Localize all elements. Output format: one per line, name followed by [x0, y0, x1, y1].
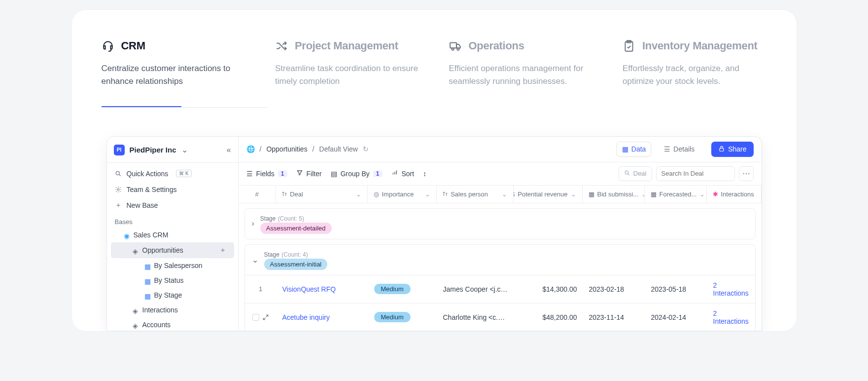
col-bid-date[interactable]: ▦Bid submissi...⌄: [583, 186, 645, 203]
sidebar-collapse-icon[interactable]: «: [227, 146, 231, 154]
row-controls: [245, 308, 277, 327]
interactions-link[interactable]: 2 Interactions: [713, 309, 749, 325]
filter-label: Filter: [307, 170, 322, 178]
interactions-link[interactable]: 2 Interactions: [713, 281, 749, 297]
tab-desc: Efficient operations management for seam…: [449, 62, 593, 88]
svg-point-2: [457, 48, 459, 50]
view-mode-details[interactable]: ☰ Details: [659, 142, 699, 156]
col-revenue[interactable]: $Potential revenue⌄: [514, 186, 583, 203]
add-view-icon[interactable]: ＋: [219, 246, 226, 255]
grid-icon: ▦: [622, 145, 628, 153]
tab-desc: Centralize customer interactions to enha…: [102, 62, 246, 88]
target-icon: ◎: [374, 190, 379, 198]
base-label: Sales CRM: [134, 231, 169, 239]
fields-tool[interactable]: ☰ Fields 1: [246, 170, 287, 178]
row-height-tool[interactable]: ↕: [423, 170, 426, 178]
layers-icon: ◈: [133, 322, 139, 328]
fields-count: 1: [278, 170, 287, 177]
breadcrumb-table[interactable]: Opportunities: [266, 145, 307, 153]
cell-importance: Medium: [368, 306, 437, 328]
col-deal[interactable]: TтDeal⌄: [276, 186, 368, 203]
stage-pill: Assessment-detailed: [260, 223, 332, 234]
row-checkbox[interactable]: [252, 314, 259, 321]
refresh-icon[interactable]: ↻: [363, 145, 369, 153]
table-interactions[interactable]: ◈ Interactions: [107, 303, 238, 317]
svg-point-5: [116, 171, 119, 175]
view-mode-label: Details: [673, 145, 694, 153]
tab-crm[interactable]: CRM Centralize customer interactions to …: [102, 39, 246, 88]
lock-icon: [718, 145, 725, 153]
list-icon: ☰: [664, 145, 670, 153]
col-salesperson[interactable]: TтSales person⌄: [437, 186, 514, 203]
filter-tool[interactable]: Filter: [296, 169, 322, 178]
svg-rect-0: [450, 43, 456, 48]
deal-link[interactable]: Acetube inquiry: [282, 313, 330, 321]
search-field-select[interactable]: Deal: [619, 166, 652, 181]
share-button[interactable]: Share: [711, 142, 753, 157]
toolbar-more[interactable]: ⋯: [739, 166, 754, 181]
team-settings[interactable]: Team & Settings: [107, 182, 238, 197]
cell-importance: Medium: [368, 278, 437, 300]
table-label: Opportunities: [142, 246, 183, 254]
bars-icon: [391, 169, 398, 178]
layers-icon: ◈: [133, 307, 139, 313]
base-emoji-icon: 🌐: [246, 145, 255, 153]
tab-desc: Effortlessly track, organize, and optimi…: [623, 62, 767, 88]
expand-row-icon[interactable]: [262, 314, 269, 321]
row-height-icon: ↕: [423, 170, 426, 178]
chevron-down-icon: ⌄: [502, 190, 507, 198]
groupby-tool[interactable]: ▤ Group By 1: [331, 170, 382, 178]
chevron-down-icon: ⌄: [699, 190, 705, 198]
cell-forecast-date: 2024-02-14: [645, 307, 707, 327]
view-by-salesperson[interactable]: ▦ By Salesperson: [107, 258, 238, 273]
sort-tool[interactable]: Sort: [391, 169, 415, 178]
search-input[interactable]: [656, 166, 735, 181]
col-row-number[interactable]: #: [239, 186, 276, 203]
list-icon: ☰: [246, 170, 253, 178]
chevron-down-icon: ⌄: [356, 190, 361, 198]
text-icon: Tт: [282, 191, 287, 197]
col-forecast-date[interactable]: ▦Forecasted...⌄: [645, 186, 707, 203]
chevron-down-icon: ⌄: [181, 145, 188, 154]
col-interactions[interactable]: ✱Interactions: [707, 186, 762, 203]
view-label: By Salesperson: [154, 262, 203, 269]
tab-inventory[interactable]: Inventory Management Effortlessly track,…: [623, 39, 767, 88]
shuffle-icon: [275, 39, 288, 52]
tab-operations[interactable]: Operations Efficient operations manageme…: [449, 39, 593, 88]
table-row[interactable]: 1 VisionQuest RFQ Medium James Cooper <j…: [245, 275, 755, 303]
tab-underline: [102, 106, 767, 108]
workspace-switcher[interactable]: PI PiedPiper Inc ⌄ «: [107, 141, 238, 159]
quick-actions-kbd: ⌘ K: [176, 170, 191, 177]
chevron-down-icon: ⌄: [571, 190, 576, 198]
view-label: By Status: [154, 276, 184, 284]
table-opportunities[interactable]: ◈ Opportunities ＋: [111, 242, 234, 258]
quick-actions[interactable]: Quick Actions ⌘ K: [107, 166, 238, 182]
svg-rect-7: [720, 148, 724, 151]
table-row[interactable]: Acetube inquiry Medium Charlotte King <c…: [245, 303, 755, 331]
cell-interactions: 2 Interactions: [707, 304, 755, 331]
view-by-status[interactable]: ▦ By Status: [107, 273, 238, 288]
cell-interactions: 2 Interactions: [707, 275, 755, 303]
chevron-down-icon: ⌄: [425, 190, 430, 198]
importance-pill: Medium: [374, 312, 411, 322]
cell-salesperson: Charlotte King <c.king...: [437, 307, 514, 327]
svg-point-1: [451, 48, 453, 50]
col-importance[interactable]: ◎Importance⌄: [368, 186, 437, 203]
view-by-stage[interactable]: ▦ By Stage: [107, 288, 238, 303]
table-accounts[interactable]: ◈ Accounts: [107, 317, 238, 331]
base-sales-crm[interactable]: ◉ Sales CRM: [107, 228, 238, 242]
group-icon: ▤: [331, 170, 337, 178]
tab-title: CRM: [121, 39, 145, 52]
view-mode-data[interactable]: ▦ Data: [617, 142, 652, 156]
use-case-tabs: CRM Centralize customer interactions to …: [102, 39, 767, 88]
new-base[interactable]: ＋ New Base: [107, 197, 238, 213]
tab-project-management[interactable]: Project Management Streamline task coord…: [275, 39, 419, 88]
breadcrumb-view[interactable]: Default View: [319, 145, 358, 153]
tab-title: Project Management: [295, 39, 398, 52]
cell-forecast-date: 2023-05-18: [645, 279, 707, 299]
deal-link[interactable]: VisionQuest RFQ: [282, 285, 336, 293]
cell-revenue: $48,200.00: [514, 307, 583, 327]
expand-group-icon[interactable]: ›: [252, 219, 254, 228]
collapse-group-icon[interactable]: ⌄: [252, 255, 258, 265]
cell-deal: Acetube inquiry: [277, 307, 368, 327]
